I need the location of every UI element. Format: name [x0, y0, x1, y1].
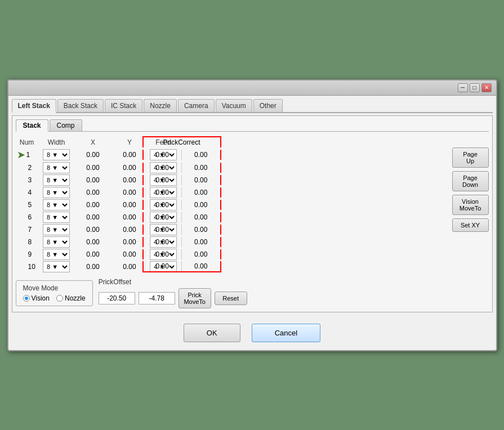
radio-vision[interactable]: Vision [23, 294, 50, 302]
num-cell: ➤ 1 [16, 149, 38, 161]
prick-offset-value1[interactable] [99, 292, 135, 304]
prick-correct-cells: 0.00 0.00 [142, 163, 221, 173]
num-cell: 5 [16, 201, 38, 209]
row-num: 4 [28, 189, 32, 196]
prick-correct-cells: 0.00 0.00 [142, 212, 221, 222]
table-row: 5 8 ▼ 4 ▼ 0.00 0.00 4 ▼ 2 ▼ 0.00 0.00 [16, 199, 449, 210]
width-select[interactable]: 8 ▼ 4 ▼ [43, 249, 70, 260]
num-cell: 6 [16, 213, 38, 221]
pc1-cell: 0.00 [144, 237, 182, 247]
width-select[interactable]: 8 ▼ 4 ▼ [43, 261, 70, 272]
table-row: 6 8 ▼ 4 ▼ 0.00 0.00 4 ▼ 2 ▼ 0.00 0.00 [16, 212, 449, 223]
pc2-cell: 0.00 [182, 200, 220, 210]
width-select[interactable]: 8 ▼ 4 ▼ [43, 199, 70, 210]
pc1-cell: 0.00 [144, 212, 182, 222]
width-select[interactable]: 8 ▼ 4 ▼ [43, 149, 70, 160]
title-bar: ─ □ ✕ [8, 80, 496, 96]
inner-tab-bar: Stack Comp [16, 119, 489, 132]
row-num: 3 [28, 176, 32, 184]
close-button[interactable]: ✕ [481, 83, 492, 92]
width-select[interactable]: 8 ▼ 4 ▼ [43, 212, 70, 223]
prick-correct-header: PrickCorrect [142, 136, 221, 147]
prick-correct-cells: 0.00 0.00 [142, 225, 221, 235]
row-num: 9 [28, 250, 32, 258]
col-width: Width [38, 137, 75, 147]
prick-correct-cells: 0.00 0.00 [142, 150, 221, 160]
table-row: ➤ 1 8 ▼ 4 ▼ 0.00 0.00 4 ▼ 2 ▼ 0.00 0.00 [16, 149, 449, 161]
pc2-cell: 0.00 [182, 225, 220, 235]
prick-correct-cells: 0.00 0.00 [142, 261, 221, 272]
width-cell: 8 ▼ 4 ▼ [38, 261, 75, 272]
width-cell: 8 ▼ 4 ▼ [38, 224, 75, 235]
x-cell: 0.00 [75, 250, 111, 258]
table-row: 3 8 ▼ 4 ▼ 0.00 0.00 4 ▼ 2 ▼ 0.00 0.00 [16, 174, 449, 186]
set-xy-button[interactable]: Set XY [452, 218, 489, 232]
row-num: 7 [28, 226, 32, 234]
pc2-cell: 0.00 [182, 175, 220, 185]
move-mode-box: Move Mode Vision Nozzle [16, 280, 93, 306]
prick-move-to-button[interactable]: PrickMoveTo [179, 288, 211, 308]
width-cell: 8 ▼ 4 ▼ [38, 212, 75, 223]
tab-vacuum[interactable]: Vacuum [216, 99, 252, 112]
tab-left-stack[interactable]: Left Stack [12, 99, 56, 113]
page-down-button[interactable]: PageDown [452, 171, 489, 191]
radio-vision-label: Vision [32, 294, 50, 302]
table-row: 8 8 ▼ 4 ▼ 0.00 0.00 4 ▼ 2 ▼ 0.00 0.00 [16, 236, 449, 248]
row-num: 5 [28, 201, 32, 209]
ok-button[interactable]: OK [184, 324, 240, 342]
table-row: 9 8 ▼ 4 ▼ 0.00 0.00 4 ▼ 2 ▼ 0.00 0.00 [16, 249, 449, 260]
tab-other[interactable]: Other [253, 99, 283, 112]
width-select[interactable]: 8 ▼ 4 ▼ [43, 236, 70, 248]
table-area: Num Width X Y Feed PrickCorrect ➤ 1 [16, 136, 449, 274]
width-select[interactable]: 8 ▼ 4 ▼ [43, 174, 70, 186]
col-num: Num [16, 137, 38, 147]
reset-button[interactable]: Reset [215, 292, 247, 305]
pc2-cell: 0.00 [182, 237, 220, 247]
pc1-cell: 0.00 [144, 225, 182, 235]
prick-correct-cells: 0.00 0.00 [142, 237, 221, 247]
tab-nozzle[interactable]: Nozzle [144, 99, 177, 112]
prick-correct-cells: 0.00 0.00 [142, 200, 221, 210]
x-cell: 0.00 [75, 238, 111, 246]
vision-move-to-button[interactable]: VisionMoveTo [452, 195, 489, 215]
radio-vision-dot[interactable] [23, 295, 30, 302]
row-num: 10 [28, 263, 35, 271]
tab-camera[interactable]: Camera [178, 99, 215, 112]
width-select[interactable]: 8 ▼ 4 ▼ [43, 187, 70, 198]
num-cell: 3 [16, 176, 38, 184]
width-cell: 8 ▼ 4 ▼ [38, 199, 75, 210]
x-cell: 0.00 [75, 201, 111, 209]
width-select[interactable]: 8 ▼ 4 ▼ [43, 224, 70, 235]
pc2-cell: 0.00 [182, 212, 220, 222]
pc1-cell: 0.00 [144, 187, 182, 198]
tab-stack[interactable]: Stack [16, 119, 48, 132]
main-layout: Num Width X Y Feed PrickCorrect ➤ 1 [16, 136, 489, 274]
pc1-cell: 0.00 [144, 249, 182, 259]
prick-offset-value2[interactable] [139, 292, 175, 304]
num-cell: 4 [16, 189, 38, 196]
width-cell: 8 ▼ 4 ▼ [38, 174, 75, 186]
row-num: 1 [26, 151, 30, 159]
radio-nozzle[interactable]: Nozzle [56, 294, 86, 302]
move-mode-title: Move Mode [23, 284, 86, 292]
x-cell: 0.00 [75, 226, 111, 234]
width-cell: 8 ▼ 4 ▼ [38, 162, 75, 173]
page-up-button[interactable]: PageUp [452, 147, 489, 168]
cancel-button[interactable]: Cancel [252, 324, 320, 342]
width-select[interactable]: 8 ▼ 4 ▼ [43, 162, 70, 173]
x-cell: 0.00 [75, 213, 111, 221]
prick-correct-cells: 0.00 0.00 [142, 187, 221, 198]
minimize-button[interactable]: ─ [458, 83, 468, 92]
ok-cancel-bar: OK Cancel [12, 319, 493, 347]
x-cell: 0.00 [75, 263, 111, 271]
system-config-window: ─ □ ✕ Left Stack Back Stack IC Stack Noz… [7, 79, 497, 351]
maximize-button[interactable]: □ [470, 83, 480, 92]
radio-nozzle-dot[interactable] [56, 295, 63, 302]
tab-ic-stack[interactable]: IC Stack [105, 99, 142, 112]
title-bar-buttons: ─ □ ✕ [458, 83, 492, 92]
tab-back-stack[interactable]: Back Stack [57, 99, 104, 112]
table-row: 2 8 ▼ 4 ▼ 0.00 0.00 4 ▼ 2 ▼ 0.00 0.00 [16, 162, 449, 173]
col-x: X [75, 137, 111, 147]
radio-nozzle-label: Nozzle [65, 294, 86, 302]
tab-comp[interactable]: Comp [50, 119, 82, 131]
